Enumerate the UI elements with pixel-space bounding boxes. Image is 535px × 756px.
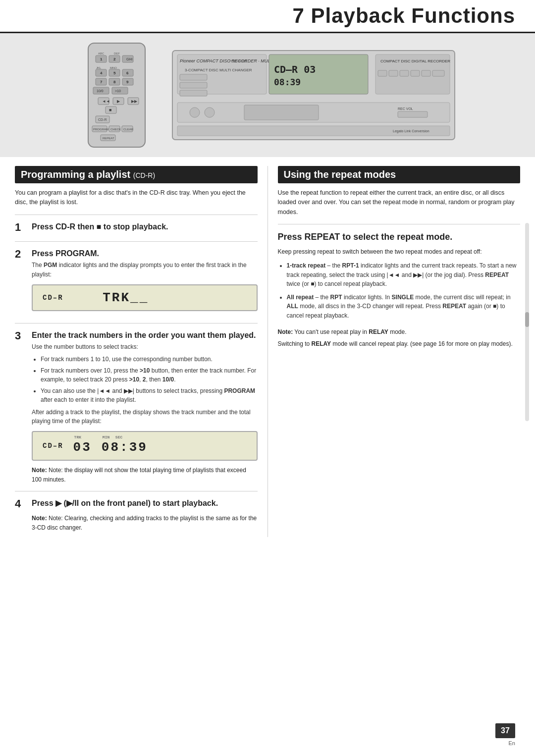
svg-rect-63	[432, 70, 444, 76]
lcd2-sub1: TRK	[74, 435, 81, 439]
lcd1-label: CD–R	[43, 294, 63, 302]
lcd2-time: 08:39	[102, 440, 148, 455]
svg-text:10/0: 10/0	[97, 89, 104, 93]
svg-rect-69	[398, 111, 428, 117]
svg-text:CLEAR: CLEAR	[123, 128, 134, 131]
svg-text:3-COMPACT DISC MULTI CHANGER: 3-COMPACT DISC MULTI CHANGER	[185, 68, 252, 72]
repeat-bullet-1: 1-track repeat – the RPT-1 indicator lig…	[287, 261, 521, 289]
svg-text:CHECK: CHECK	[110, 128, 121, 131]
lcd2-time-wrap: MIN SEC 08:39	[102, 437, 148, 455]
right-column: Using the repeat modes Use the repeat fu…	[268, 166, 521, 537]
lcd-display-2: CD–R TRK 03 MIN SEC 08:39	[32, 431, 258, 461]
scrollbar-thumb-left[interactable]	[525, 312, 529, 327]
bullet-2: For track numbers over 10, press the >10…	[41, 366, 258, 384]
step-3-title: Enter the track numbers in the order you…	[32, 330, 258, 341]
svg-text:DEF: DEF	[114, 52, 120, 55]
svg-text:▶: ▶	[117, 99, 120, 104]
cd-player-illustration: Pioneer COMPACT DISC RECORDER · MULTI-CD…	[170, 46, 457, 145]
svg-text:5: 5	[113, 71, 116, 75]
step-3: 3 Enter the track numbers in the order y…	[15, 330, 258, 485]
divider-2	[15, 241, 258, 242]
bullet-3: You can also use the |◄◄ and ▶▶| buttons…	[41, 386, 258, 405]
svg-text:GHI: GHI	[126, 57, 133, 61]
step-2-number: 2	[15, 249, 27, 316]
repeat-bullet-2: All repeat – the RPT indicator lights. I…	[287, 293, 521, 321]
lcd1-value: TRK__	[103, 290, 149, 305]
svg-text:7: 7	[100, 80, 103, 84]
left-section-title: Programming a playlist	[21, 169, 130, 180]
step-3-after: After adding a track to the playlist, th…	[32, 408, 258, 426]
svg-text:PDR-W839: PDR-W839	[229, 59, 247, 63]
step-1-number: 1	[15, 222, 27, 234]
left-section-intro: You can program a playlist for a disc th…	[15, 188, 258, 208]
device-illustration-area: ABC DEF 1 2 GHI JKL MNO 4 5 6 7 8 9 10/0…	[0, 33, 535, 157]
right-section-intro: Use the repeat function to repeat either…	[278, 188, 521, 217]
content-area: Programming a playlist (CD-R) You can pr…	[0, 166, 535, 537]
svg-text:>10: >10	[115, 89, 121, 93]
divider-r1	[278, 224, 521, 224]
svg-rect-62	[422, 70, 430, 76]
repeat-intro: Keep pressing repeat to switch between t…	[278, 247, 521, 257]
svg-rect-67	[244, 105, 319, 120]
step-3-bullets: For track numbers 1 to 10, use the corre…	[32, 355, 258, 405]
bullet-1: For track numbers 1 to 10, use the corre…	[41, 355, 258, 364]
divider-1	[15, 215, 258, 215]
lcd2-label: CD–R	[43, 442, 63, 450]
svg-text:6: 6	[126, 71, 129, 75]
svg-rect-51	[180, 82, 207, 88]
step-4-content: Press ▶ (▶/II on the front panel) to sta…	[32, 498, 258, 532]
lcd-display-1: CD–R TRK__	[32, 284, 258, 311]
svg-text:PROGRAM: PROGRAM	[93, 128, 108, 131]
remote-control-illustration: ABC DEF 1 2 GHI JKL MNO 4 5 6 7 8 9 10/0…	[78, 41, 155, 150]
lcd2-sub3: SEC	[115, 435, 122, 439]
svg-point-66	[205, 108, 214, 117]
step-3-number: 3	[15, 330, 27, 485]
page-lang: En	[509, 740, 515, 746]
step-1-content: Press CD-R then ■ to stop playback.	[32, 222, 258, 234]
svg-rect-61	[411, 70, 420, 76]
step-1: 1 Press CD-R then ■ to stop playback.	[15, 222, 258, 234]
repeat-note-1: Note: You can't use repeat play in RELAY…	[278, 327, 521, 337]
svg-text:CD-R: CD-R	[98, 118, 107, 121]
svg-text:◄◄: ◄◄	[102, 99, 110, 104]
svg-rect-58	[378, 70, 387, 76]
scrollbar-left[interactable]	[525, 223, 529, 421]
right-section-title: Using the repeat modes	[284, 169, 396, 180]
page-header: 7 Playback Functions	[0, 0, 535, 33]
page-number: 37	[495, 723, 515, 738]
step-2-desc: The PGM indicator lights and the display…	[32, 261, 258, 279]
svg-text:JKL: JKL	[96, 66, 102, 69]
lcd2-track-wrap: TRK 03	[73, 437, 92, 455]
svg-rect-59	[389, 70, 398, 76]
step-3-content: Enter the track numbers in the order you…	[32, 330, 258, 485]
step-1-title: Press CD-R then ■ to stop playback.	[32, 222, 258, 232]
page-footer: 37 En	[495, 723, 515, 746]
right-section-header: Using the repeat modes	[278, 166, 521, 183]
lcd2-sub2: MIN	[103, 435, 109, 439]
svg-text:1: 1	[100, 57, 103, 61]
svg-point-65	[190, 108, 200, 117]
step-4-title: Press ▶ (▶/II on the front panel) to sta…	[32, 498, 258, 509]
svg-text:■: ■	[109, 108, 111, 112]
svg-text:ABC: ABC	[98, 52, 105, 55]
lcd1-spacer	[73, 291, 93, 304]
svg-text:08:39: 08:39	[274, 77, 301, 87]
svg-text:▶▶: ▶▶	[131, 99, 138, 104]
svg-text:Legato Link Conversion: Legato Link Conversion	[393, 129, 429, 133]
divider-3	[15, 323, 258, 324]
svg-rect-60	[400, 70, 409, 76]
step-4: 4 Press ▶ (▶/II on the front panel) to s…	[15, 498, 258, 532]
step-4-number: 4	[15, 498, 27, 532]
left-section-header: Programming a playlist (CD-R)	[15, 166, 258, 183]
step-4-note: Note: Note: Clearing, checking and addin…	[32, 514, 258, 532]
svg-text:MNO: MNO	[110, 66, 117, 69]
svg-text:COMPACT DISC DIGITAL RECORDER: COMPACT DISC DIGITAL RECORDER	[380, 59, 450, 63]
svg-text:2: 2	[113, 57, 116, 61]
svg-text:4: 4	[100, 71, 103, 75]
divider-4	[15, 491, 258, 491]
svg-rect-52	[180, 90, 207, 96]
step-2: 2 Press PROGRAM. The PGM indicator light…	[15, 249, 258, 316]
repeat-note-2: Switching to RELAY mode will cancel repe…	[278, 339, 521, 349]
lcd2-track: 03	[73, 440, 92, 455]
repeat-bullets: 1-track repeat – the RPT-1 indicator lig…	[278, 261, 521, 321]
